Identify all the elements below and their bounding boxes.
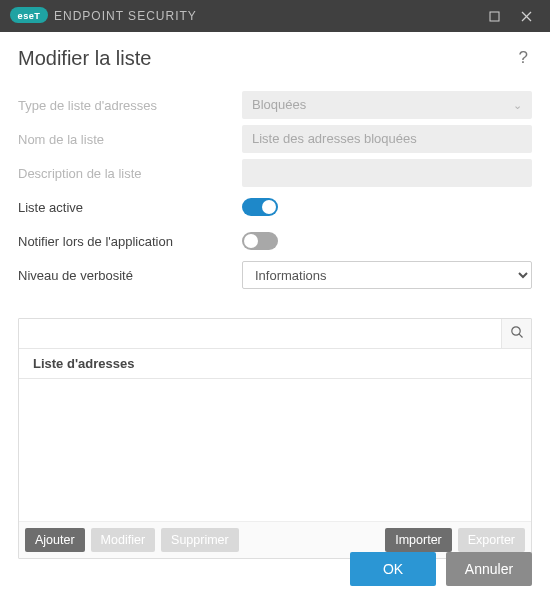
ok-button[interactable]: OK	[350, 552, 436, 586]
address-list-column-label: Liste d'adresses	[33, 356, 134, 371]
app-logo: eseT ENDPOINT SECURITY	[10, 7, 197, 26]
svg-rect-2	[490, 12, 499, 21]
address-list-type-label: Type de liste d'adresses	[18, 98, 242, 113]
close-button[interactable]	[510, 0, 542, 32]
search-button[interactable]	[501, 319, 531, 348]
address-list-body[interactable]	[19, 379, 531, 521]
search-input[interactable]	[19, 319, 501, 348]
cancel-button[interactable]: Annuler	[446, 552, 532, 586]
export-button: Exporter	[458, 528, 525, 552]
maximize-button[interactable]	[478, 0, 510, 32]
add-button[interactable]: Ajouter	[25, 528, 85, 552]
verbosity-label: Niveau de verbosité	[18, 268, 242, 283]
edit-button: Modifier	[91, 528, 155, 552]
import-button[interactable]: Importer	[385, 528, 452, 552]
address-list-type-value: Bloquées	[252, 97, 306, 112]
chevron-down-icon: ⌄	[513, 99, 522, 112]
list-name-label: Nom de la liste	[18, 132, 242, 147]
toggle-knob	[262, 200, 276, 214]
svg-point-5	[511, 327, 519, 335]
address-list-header: Liste d'adresses	[19, 349, 531, 379]
verbosity-select[interactable]: Informations	[242, 261, 532, 289]
notify-label: Notifier lors de l'application	[18, 234, 242, 249]
list-description-label: Description de la liste	[18, 166, 242, 181]
search-icon	[510, 325, 524, 342]
address-list-panel: Liste d'adresses Ajouter Modifier Suppri…	[18, 318, 532, 559]
titlebar: eseT ENDPOINT SECURITY	[0, 0, 550, 32]
list-description-field	[242, 159, 532, 187]
active-list-label: Liste active	[18, 200, 242, 215]
notify-toggle[interactable]	[242, 232, 278, 250]
page-title: Modifier la liste	[18, 47, 151, 70]
active-list-toggle[interactable]	[242, 198, 278, 216]
app-name: ENDPOINT SECURITY	[54, 9, 197, 23]
list-name-field: Liste des adresses bloquées	[242, 125, 532, 153]
svg-line-6	[519, 334, 522, 337]
help-icon: ?	[519, 48, 528, 67]
help-button[interactable]: ?	[515, 46, 532, 70]
toggle-knob	[244, 234, 258, 248]
eset-logo-icon: eseT	[10, 7, 48, 26]
svg-text:eseT: eseT	[18, 11, 41, 21]
address-list-type-select: Bloquées ⌄	[242, 91, 532, 119]
list-name-value: Liste des adresses bloquées	[252, 131, 417, 146]
delete-button: Supprimer	[161, 528, 239, 552]
